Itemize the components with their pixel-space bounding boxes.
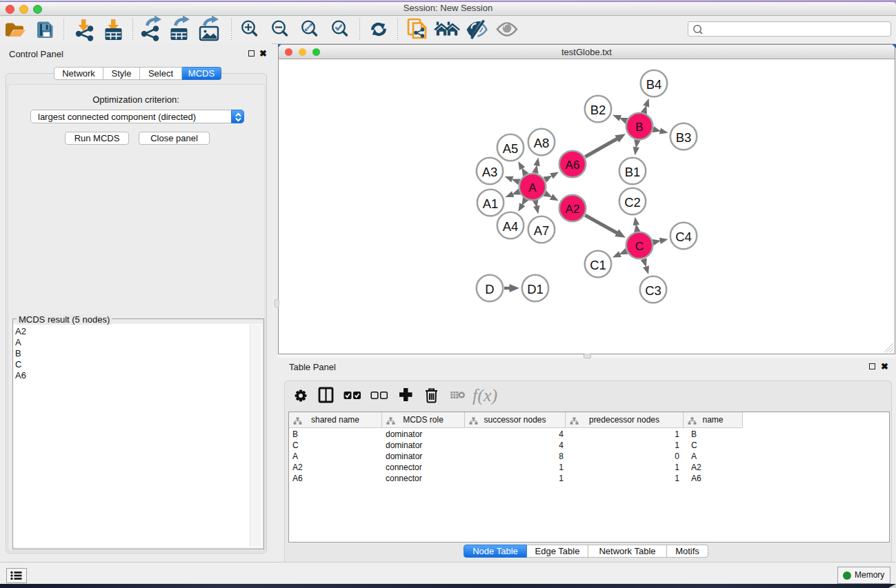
svg-text:C: C	[635, 240, 644, 253]
svg-text:A6: A6	[566, 159, 580, 172]
svg-text:C4: C4	[675, 230, 692, 244]
svg-text:B1: B1	[625, 165, 641, 179]
svg-text:C2: C2	[624, 195, 641, 210]
svg-text:B: B	[635, 121, 643, 134]
svg-text:A8: A8	[534, 136, 550, 150]
svg-text:B3: B3	[676, 130, 692, 145]
svg-text:A4: A4	[503, 219, 519, 234]
svg-text:A3: A3	[482, 165, 498, 179]
svg-text:C3: C3	[645, 283, 661, 298]
svg-text:A2: A2	[566, 203, 580, 216]
svg-text:D: D	[485, 282, 494, 296]
svg-text:B2: B2	[590, 103, 606, 117]
svg-text:D1: D1	[527, 282, 544, 296]
svg-text:A5: A5	[503, 141, 519, 156]
svg-text:B4: B4	[646, 77, 662, 92]
svg-text:A7: A7	[534, 223, 550, 238]
svg-text:A1: A1	[483, 196, 499, 211]
svg-text:f(x): f(x)	[472, 385, 497, 405]
svg-text:C1: C1	[590, 258, 606, 272]
svg-text:A: A	[528, 181, 537, 194]
